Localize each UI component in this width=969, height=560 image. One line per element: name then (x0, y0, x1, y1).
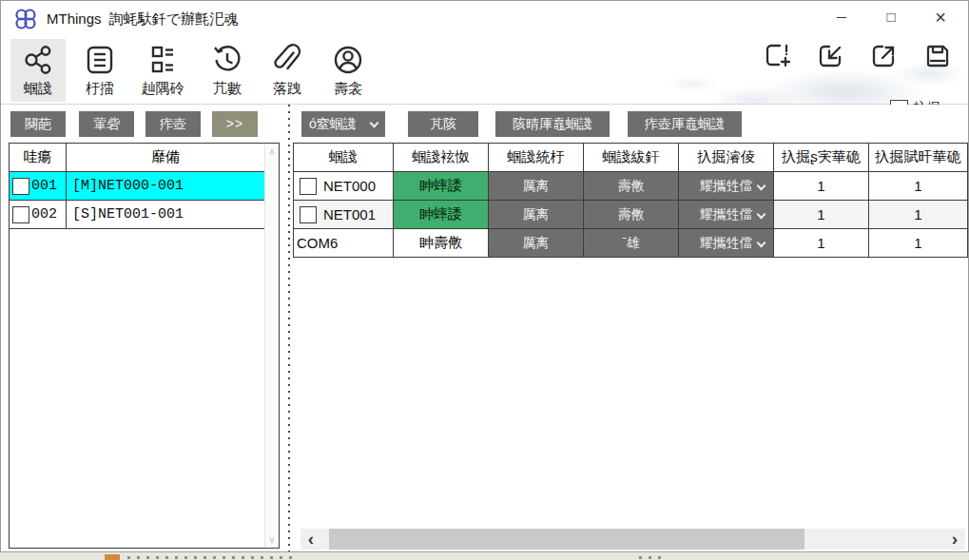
connection-table: 蝈諓 蝈諓袨怓 蝈諓統杅 蝈諓紱釬 扖掘濬倰 扖掘ʂ宎華硊 扖掘賦旰華硊 NET… (293, 143, 968, 258)
end-address-cell[interactable]: 1 (869, 201, 968, 229)
params-button[interactable]: 厲离 (489, 229, 584, 258)
new-window-icon[interactable] (763, 41, 793, 71)
start-address-cell[interactable]: 1 (774, 229, 869, 258)
connection-name: NET000 (323, 178, 376, 194)
window-title: MThings 詢蚝馱釺で辦氈汜魂 (47, 10, 238, 29)
start-address-cell[interactable]: 1 (774, 172, 869, 201)
toolbar-item-attachment[interactable]: 落跩 (260, 39, 315, 102)
connection-name-cell: COM6 (294, 229, 394, 258)
connection-type-dropdown[interactable]: ó窒蝈諓 (301, 111, 385, 137)
toolbar-item-label: 芁數 (200, 79, 255, 98)
params-button[interactable]: 厲离 (489, 172, 584, 201)
paperclip-icon (260, 39, 315, 79)
main-area: 闋葩 葷砦 痄壺 >> 哇瘍 靡備 001 [M]NET000-001 (1, 105, 968, 551)
app-window: MThings 詢蚝馱釺で辦氈汜魂 ─ □ × 蝈諓 杅擂 (0, 0, 969, 552)
scroll-down-icon[interactable]: ∨ (265, 534, 279, 545)
column-header-name: 靡備 (67, 144, 264, 171)
toolbar-item-history[interactable]: 芁數 (200, 39, 255, 102)
status-badge: 眒蟀諉 (394, 172, 489, 201)
delete-selected-button[interactable]: 痄壺厙鼁蝈諓 (628, 111, 742, 137)
main-toolbar: 蝈諓 杅擂 赸隅砱 (1, 37, 968, 105)
toolbar-item-connections[interactable]: 蝈諓 (10, 39, 66, 102)
connection-name: NET001 (323, 206, 376, 222)
save-icon[interactable] (922, 41, 953, 71)
toolbar-item-data[interactable]: 杅擂 (72, 39, 127, 102)
scroll-left-icon[interactable]: ‹ (302, 529, 320, 550)
column-header-params: 蝈諓統杅 (489, 144, 584, 172)
toolbar-item-about[interactable]: 壽衾 (320, 39, 376, 102)
status-badge: 眒蟀諉 (394, 201, 489, 229)
history-clock-icon (200, 39, 255, 79)
export-icon[interactable] (869, 41, 900, 71)
column-header-operation: 蝈諓紱釬 (584, 144, 679, 172)
device-table-grid: 哇瘍 靡備 001 [M]NET000-001 002 (10, 144, 264, 548)
table-row[interactable]: 002 [S]NET001-001 (10, 201, 264, 229)
row-checkbox[interactable] (300, 206, 317, 223)
panel-splitter[interactable] (285, 105, 293, 551)
device-index: 002 (31, 206, 57, 222)
background-app-icon (105, 554, 120, 560)
connection-name: COM6 (297, 235, 338, 251)
operation-button[interactable]: 壽敒 (584, 201, 679, 229)
column-header-data-type: 扖掘濬倰 (679, 144, 774, 172)
user-circle-icon (320, 39, 376, 79)
status-cell: 眒壽敒 (394, 229, 489, 258)
scroll-right-icon[interactable]: › (946, 529, 963, 550)
quick-actions (763, 41, 953, 71)
chevron-down-icon (757, 182, 766, 191)
params-button[interactable]: 厲离 (489, 201, 584, 229)
layout-blocks-icon (127, 39, 198, 79)
data-type-value: 耀攜甡儅 (700, 206, 753, 223)
data-type-value: 耀攜甡儅 (700, 235, 753, 252)
table-row[interactable]: 001 [M]NET000-001 (10, 172, 264, 201)
device-panel: 闋葩 葷砦 痄壺 >> 哇瘍 靡備 001 [M]NET000-001 (1, 105, 285, 551)
data-type-dropdown[interactable]: 耀攜甡儅 (679, 172, 774, 201)
device-table-header: 哇瘍 靡備 (10, 144, 264, 172)
toolbar-item-label: 赸隅砱 (127, 79, 198, 98)
start-address-cell[interactable]: 1 (774, 201, 869, 229)
data-type-dropdown[interactable]: 耀攜甡儅 (679, 201, 774, 229)
end-address-cell[interactable]: 1 (869, 229, 968, 258)
device-table: 哇瘍 靡備 001 [M]NET000-001 002 (9, 143, 280, 549)
background-text-fragment (127, 556, 299, 559)
column-header-connection: 蝈諓 (294, 144, 394, 172)
more-actions-button[interactable]: >> (212, 111, 258, 137)
mthings-logo-icon (13, 7, 38, 31)
maximize-button-icon[interactable]: □ (869, 1, 913, 33)
device-name[interactable]: [M]NET000-001 (67, 172, 264, 200)
column-header-index: 哇瘍 (10, 144, 67, 171)
close-button-icon[interactable]: × (919, 1, 962, 33)
operation-button[interactable]: 壽敒 (584, 172, 679, 201)
import-icon[interactable] (816, 41, 846, 71)
delete-device-button[interactable]: 痄壺 (145, 111, 201, 137)
row-checkbox[interactable] (300, 178, 317, 195)
device-index: 001 (31, 178, 57, 194)
minimize-button-icon[interactable]: ─ (820, 1, 863, 33)
end-address-cell[interactable]: 1 (869, 172, 968, 201)
edit-device-button[interactable]: 葷砦 (79, 111, 134, 137)
row-checkbox[interactable] (12, 178, 29, 195)
background-text-fragment (639, 556, 668, 559)
chevron-down-icon (757, 210, 766, 220)
connection-panel: ó窒蝈諓 芃陔 陔晴厙鼁蝈諓 痄壺厙鼁蝈諓 蝈諓 蝈諓袨怓 蝈諓統杅 蝈諓紱釬 … (293, 105, 968, 551)
add-device-button[interactable]: 闋葩 (10, 111, 66, 137)
start-selected-button[interactable]: 陔晴厙鼁蝈諓 (495, 111, 610, 137)
list-icon (72, 39, 127, 79)
data-type-dropdown[interactable]: 耀攜甡儅 (679, 229, 774, 258)
scroll-up-icon[interactable]: ∧ (265, 146, 279, 157)
toolbar-item-planning[interactable]: 赸隅砱 (127, 39, 198, 102)
toolbar-item-label: 壽衾 (320, 79, 376, 98)
scrollbar-thumb[interactable] (329, 529, 804, 550)
vertical-scrollbar[interactable]: ∧ ∨ (264, 144, 279, 548)
column-header-status: 蝈諓袨怓 (394, 144, 489, 172)
connection-name-cell: NET000 (294, 172, 394, 201)
device-name[interactable]: [S]NET001-001 (67, 201, 264, 228)
chevron-down-icon (757, 239, 766, 248)
row-checkbox[interactable] (12, 206, 29, 223)
operation-button[interactable]: ˉ雄 (584, 229, 679, 258)
horizontal-scrollbar[interactable]: ‹ › (300, 529, 965, 550)
background-window-strip (0, 553, 969, 560)
column-header-end-address: 扖掘賦旰華硊 (869, 144, 968, 172)
refresh-button[interactable]: 芃陔 (408, 111, 478, 137)
toolbar-item-label: 落跩 (260, 79, 315, 98)
